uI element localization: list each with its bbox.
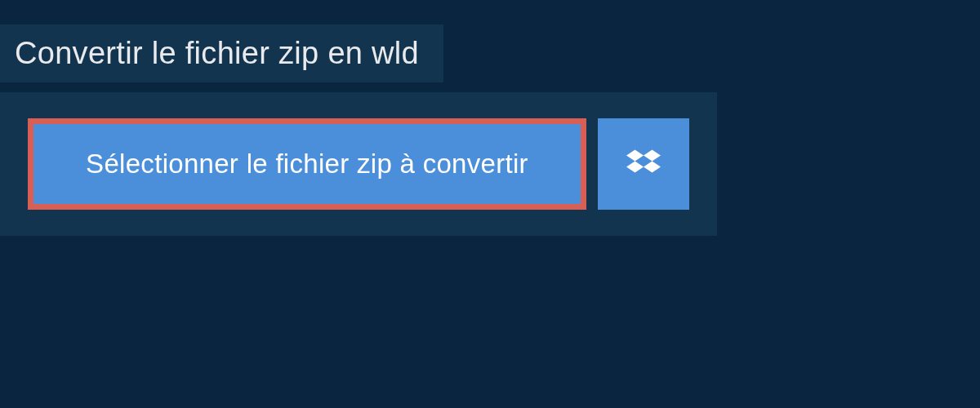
dropbox-icon <box>626 147 661 181</box>
select-file-button[interactable]: Sélectionner le fichier zip à convertir <box>28 118 586 210</box>
page-title: Convertir le fichier zip en wld <box>15 36 419 71</box>
heading-container: Convertir le fichier zip en wld <box>0 24 443 82</box>
select-file-button-label: Sélectionner le fichier zip à convertir <box>86 149 528 180</box>
dropbox-button[interactable] <box>598 118 689 210</box>
upload-panel: Sélectionner le fichier zip à convertir <box>0 92 717 236</box>
button-row: Sélectionner le fichier zip à convertir <box>28 118 689 210</box>
